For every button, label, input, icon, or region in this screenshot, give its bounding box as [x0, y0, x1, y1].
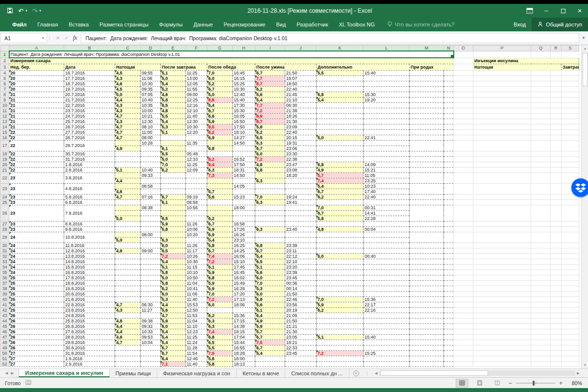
cell[interactable]: [141, 189, 161, 194]
cell[interactable]: 5,4: [255, 253, 285, 259]
cell[interactable]: 09:19: [186, 194, 207, 199]
cell[interactable]: [473, 167, 531, 172]
cell[interactable]: 4,3: [115, 307, 141, 313]
row-header[interactable]: 6: [0, 81, 9, 86]
cell[interactable]: [141, 296, 161, 302]
cell[interactable]: [454, 102, 473, 108]
cell[interactable]: [551, 129, 562, 135]
cell[interactable]: 5,4: [207, 102, 233, 108]
cell-date[interactable]: 22.8.2016: [64, 302, 115, 307]
cell[interactable]: 12:09: [186, 167, 207, 172]
cell[interactable]: [141, 361, 161, 367]
cell[interactable]: [364, 361, 410, 367]
cell-week[interactable]: 26: [9, 334, 64, 340]
cell[interactable]: [410, 264, 444, 270]
cell-week[interactable]: 25: [9, 280, 64, 286]
cell[interactable]: [444, 296, 454, 302]
cell[interactable]: [551, 313, 562, 318]
cell[interactable]: [444, 75, 454, 81]
cell[interactable]: 6,7: [207, 86, 233, 92]
cell[interactable]: 19:41: [285, 199, 317, 205]
cell[interactable]: 10:30: [186, 124, 207, 129]
cell[interactable]: 6,7: [255, 334, 285, 340]
cell[interactable]: [141, 221, 161, 226]
cell[interactable]: 12:46: [186, 356, 207, 361]
cell[interactable]: [444, 243, 454, 248]
row-header[interactable]: 8: [0, 92, 9, 97]
column-header[interactable]: G: [207, 46, 233, 51]
cell[interactable]: 22:46: [285, 296, 317, 302]
row-header[interactable]: 21: [0, 167, 9, 172]
cell[interactable]: 4,5: [115, 86, 141, 92]
cell[interactable]: [317, 221, 364, 226]
cell[interactable]: [410, 221, 444, 226]
cell[interactable]: 4,4: [115, 97, 141, 102]
cell[interactable]: 5,3: [161, 124, 186, 129]
cell[interactable]: [444, 264, 454, 270]
cell[interactable]: [473, 286, 531, 291]
cell[interactable]: 6,1: [255, 307, 285, 313]
cell[interactable]: [115, 356, 141, 361]
cell-week[interactable]: 21: [9, 119, 64, 124]
cell[interactable]: 08:38: [141, 205, 161, 210]
cell[interactable]: [551, 183, 562, 194]
cell[interactable]: 5,0: [115, 216, 141, 221]
cell[interactable]: [233, 199, 255, 205]
cell[interactable]: [233, 151, 255, 156]
cell[interactable]: [531, 113, 551, 119]
cell[interactable]: [115, 361, 141, 367]
cell[interactable]: [410, 286, 444, 291]
cell[interactable]: [285, 210, 317, 216]
cell[interactable]: [444, 205, 454, 221]
cell[interactable]: [410, 259, 444, 264]
cell[interactable]: [473, 183, 531, 194]
cell[interactable]: [410, 329, 444, 334]
cell[interactable]: 6,7: [255, 248, 285, 253]
cell[interactable]: [473, 172, 531, 183]
cell[interactable]: [531, 167, 551, 172]
cell[interactable]: [364, 291, 410, 296]
cell[interactable]: [562, 124, 579, 129]
cell[interactable]: [141, 275, 161, 280]
row-header[interactable]: 16: [0, 135, 9, 140]
cell[interactable]: 16:05: [233, 113, 255, 119]
cell-date[interactable]: 30.7.2016: [64, 151, 115, 156]
cell[interactable]: 11:26: [186, 243, 207, 248]
cell[interactable]: [444, 140, 454, 151]
row-header[interactable]: 17: [0, 140, 9, 151]
cell-date[interactable]: 31.8.2016: [64, 350, 115, 356]
cell[interactable]: [454, 243, 473, 248]
header-week[interactable]: Нед. бер.: [9, 64, 64, 70]
cell[interactable]: 4,9: [115, 146, 141, 151]
cell[interactable]: [531, 248, 551, 253]
cell[interactable]: 22:16: [364, 307, 410, 313]
cell[interactable]: [454, 97, 473, 102]
cell[interactable]: [562, 296, 579, 302]
cell[interactable]: [531, 296, 551, 302]
row-header[interactable]: 11: [0, 108, 9, 113]
cell[interactable]: [531, 97, 551, 102]
cell[interactable]: [562, 102, 579, 108]
cell[interactable]: 10:40: [141, 167, 161, 172]
row-header[interactable]: 33: [0, 259, 9, 264]
cell[interactable]: 15:10: [233, 259, 255, 264]
cell[interactable]: 4,7: [115, 194, 141, 199]
cell[interactable]: [562, 92, 579, 97]
cell[interactable]: 21:09: [285, 313, 317, 318]
cell[interactable]: [410, 140, 444, 151]
cell[interactable]: 5,9: [207, 119, 233, 124]
cell[interactable]: 5,4: [161, 81, 186, 86]
cell[interactable]: 08:00: [141, 135, 161, 140]
cell[interactable]: [473, 156, 531, 162]
cell[interactable]: 16:52: [233, 156, 255, 162]
cell[interactable]: [364, 221, 410, 226]
cell[interactable]: [317, 81, 364, 86]
cell[interactable]: [562, 205, 579, 221]
cell[interactable]: 11:27: [141, 307, 161, 313]
cell[interactable]: 4,6: [115, 189, 141, 194]
cell[interactable]: [562, 243, 579, 248]
cell[interactable]: [317, 119, 364, 124]
cell[interactable]: [473, 124, 531, 129]
cell[interactable]: [410, 323, 444, 329]
cell[interactable]: 6,9: [207, 286, 233, 291]
